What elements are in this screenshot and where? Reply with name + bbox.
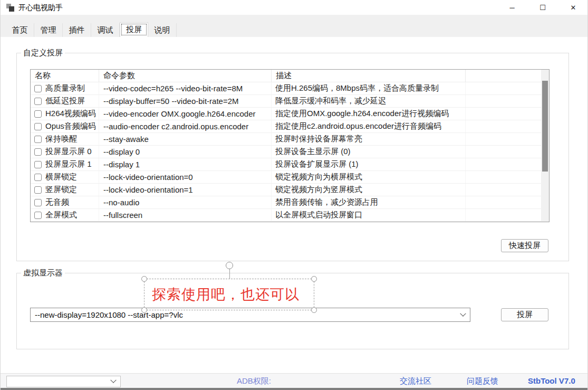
option-name: 无音频 (45, 197, 69, 207)
rotation-handle-icon[interactable] (226, 262, 233, 269)
table-row[interactable]: 横屏锁定 --lock-video-orientation=0 锁定视频方向为横… (31, 171, 549, 184)
chevron-down-icon (107, 379, 120, 384)
option-param: --display 1 (99, 158, 272, 170)
option-param: --video-encoder OMX.google.h264.encoder (99, 108, 272, 120)
custom-cast-groupbox: 自定义投屏 名称 命令参数 描述 (16, 53, 569, 261)
table-row[interactable]: 高质量录制 --video-codec=h265 --video-bit-rat… (31, 82, 549, 95)
row-checkbox[interactable] (34, 186, 42, 194)
option-name: 横屏锁定 (45, 172, 77, 182)
table-row[interactable]: 投屏显示屏 1 --display 1 投屏设备扩展显示屏 (1) (31, 158, 549, 171)
close-button[interactable]: ✕ (558, 0, 588, 15)
option-name: 投屏显示屏 1 (45, 159, 92, 169)
device-combobox[interactable] (6, 376, 121, 387)
selection-handle-bottom-left[interactable] (141, 307, 147, 313)
option-desc: 以全屏模式启动投屏窗口 (272, 209, 466, 221)
table-row[interactable]: 投屏显示屏 0 --display 0 投屏设备主显示屏 (0) (31, 146, 549, 158)
table-row[interactable]: Opus音频编码 --audio-encoder c2.android.opus… (31, 120, 549, 133)
row-checkbox[interactable] (34, 85, 42, 92)
option-name: 保持唤醒 (45, 134, 77, 144)
option-name: 高质量录制 (45, 83, 85, 93)
table-header-cell: 命令参数 (99, 70, 272, 82)
window-title: 开心电视助手 (18, 3, 63, 13)
table-header-cell: 名称 (31, 70, 99, 82)
version-label: StbTool V7.0 (528, 376, 575, 385)
rotation-stem (229, 269, 230, 279)
option-param: --lock-video-orientation=0 (99, 171, 272, 183)
chevron-down-icon (456, 313, 470, 317)
tab[interactable]: 说明 (148, 23, 177, 37)
annotation-text: 探索使用吧，也还可以 (152, 285, 300, 304)
option-desc: 降低显示缓冲和码率，减少延迟 (272, 95, 466, 107)
row-checkbox[interactable] (34, 136, 42, 143)
option-desc: 指定使用c2.android.opus.encoder进行音频编码 (272, 120, 466, 132)
option-desc: 禁用音频传输，减少资源占用 (272, 196, 466, 208)
combobox-value: --new-display=1920x1080 --start-app=?vlc (31, 310, 456, 319)
option-name: 竖屏锁定 (45, 185, 77, 195)
tab[interactable]: 插件 (63, 23, 91, 37)
cast-button[interactable]: 投屏 (501, 308, 548, 321)
option-param: --lock-video-orientation=1 (99, 184, 272, 196)
row-checkbox[interactable] (34, 161, 42, 168)
tab-strip: 首页 管理 插件 调试 投屏 说明 (1, 15, 588, 37)
row-checkbox[interactable] (34, 98, 42, 105)
table-scrollbar[interactable] (541, 70, 549, 222)
option-name: 投屏显示屏 0 (45, 147, 92, 157)
row-checkbox[interactable] (34, 110, 42, 118)
option-name: Opus音频编码 (45, 121, 96, 131)
option-param: --fullscreen (99, 209, 272, 221)
maximize-button[interactable]: ☐ (527, 0, 558, 15)
app-window: 开心电视助手 ─ ☐ ✕ 首页 管理 插件 调试 投屏 说明 (0, 0, 588, 390)
option-name: 低延迟投屏 (45, 96, 85, 106)
tab-page-cast: 自定义投屏 名称 命令参数 描述 (1, 37, 588, 373)
option-name: H264视频编码 (45, 109, 96, 119)
option-desc: 投屏设备主显示屏 (0) (272, 146, 466, 158)
row-checkbox[interactable] (34, 199, 42, 206)
table-row[interactable]: 无音频 --no-audio 禁用音频传输，减少资源占用 (31, 196, 549, 209)
option-param: --display 0 (99, 146, 272, 158)
virtual-display-group-title: 虚拟显示器 (21, 268, 65, 278)
option-desc: 锁定视频方向为竖屏模式 (272, 184, 466, 196)
app-icon (6, 3, 15, 12)
minimize-button[interactable]: ─ (497, 0, 527, 15)
table-header-row: 名称 命令参数 描述 (31, 70, 549, 82)
tab[interactable]: 投屏 (120, 22, 148, 37)
table-row[interactable]: 低延迟投屏 --display-buffer=50 --video-bit-ra… (31, 95, 549, 108)
feedback-link[interactable]: 问题反馈 (467, 376, 498, 386)
option-param: --no-audio (99, 196, 272, 208)
table-row[interactable]: 全屏模式 --fullscreen 以全屏模式启动投屏窗口 (31, 209, 549, 222)
option-param: --stay-awake (99, 133, 272, 145)
option-param: --video-codec=h265 --video-bit-rate=8M (99, 82, 272, 94)
window-bottom-edge (1, 388, 588, 390)
tab[interactable]: 首页 (6, 23, 34, 37)
option-desc: 锁定视频方向为横屏模式 (272, 171, 466, 183)
tab[interactable]: 调试 (91, 23, 120, 37)
row-checkbox[interactable] (34, 212, 42, 219)
title-bar: 开心电视助手 ─ ☐ ✕ (1, 0, 588, 15)
option-param: --audio-encoder c2.android.opus.encoder (99, 120, 272, 132)
table-row[interactable]: 竖屏锁定 --lock-video-orientation=1 锁定视频方向为竖… (31, 184, 549, 196)
custom-cast-group-title: 自定义投屏 (21, 48, 65, 58)
selection-handle-top-right[interactable] (311, 276, 317, 282)
option-param: --display-buffer=50 --video-bit-rate=2M (99, 95, 272, 107)
scrollbar-thumb[interactable] (542, 81, 548, 172)
quick-cast-button[interactable]: 快速投屏 (501, 239, 548, 252)
row-checkbox[interactable] (34, 174, 42, 181)
option-desc: 投屏设备扩展显示屏 (1) (272, 158, 466, 170)
selection-handle-bottom-right[interactable] (311, 307, 317, 313)
selection-handle-top-left[interactable] (141, 276, 147, 282)
community-link[interactable]: 交流社区 (400, 376, 431, 386)
tab[interactable]: 管理 (34, 23, 63, 37)
table-header-cell: 描述 (272, 70, 466, 82)
adb-permission-label: ADB权限: (237, 376, 271, 386)
cast-options-table: 名称 命令参数 描述 高质量录制 --video (30, 69, 550, 222)
option-desc: 投屏时保持设备屏幕常亮 (272, 133, 466, 145)
annotation-textbox[interactable]: 探索使用吧，也还可以 (144, 279, 314, 310)
table-row[interactable]: 保持唤醒 --stay-awake 投屏时保持设备屏幕常亮 (31, 133, 549, 146)
row-checkbox[interactable] (34, 123, 42, 130)
option-desc: 使用H.265编码，8Mbps码率，适合高质量录制 (272, 82, 466, 94)
option-desc: 指定使用OMX.google.h264.encoder进行视频编码 (272, 108, 466, 120)
status-bar: ADB权限: 交流社区 问题反馈 StbTool V7.0 (1, 373, 588, 388)
option-name: 全屏模式 (45, 210, 77, 220)
row-checkbox[interactable] (34, 148, 42, 156)
table-row[interactable]: H264视频编码 --video-encoder OMX.google.h264… (31, 108, 549, 120)
